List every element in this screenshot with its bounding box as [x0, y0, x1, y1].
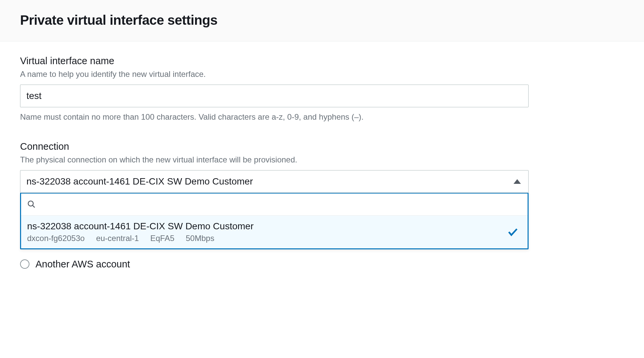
connection-select: ns-322038 account-1461 DE-CIX SW Demo Cu…: [20, 170, 529, 249]
vif-name-description: A name to help you identify the new virt…: [20, 69, 529, 80]
another-account-radio[interactable]: Another AWS account: [20, 259, 529, 270]
connection-option-title: ns-322038 account-1461 DE-CIX SW Demo Cu…: [27, 221, 504, 232]
panel-body: Virtual interface name A name to help yo…: [0, 41, 549, 283]
connection-option-id: dxcon-fg62053o: [27, 234, 85, 243]
search-icon: [27, 200, 36, 209]
radio-icon: [20, 259, 29, 269]
connection-dropdown: ns-322038 account-1461 DE-CIX SW Demo Cu…: [20, 193, 529, 249]
connection-option-region: eu-central-1: [96, 234, 139, 243]
connection-group: Connection The physical connection on wh…: [20, 141, 529, 270]
connection-search-input[interactable]: [40, 199, 522, 210]
panel-header: Private virtual interface settings: [0, 0, 644, 41]
connection-option-meta: dxcon-fg62053o eu-central-1 EqFA5 50Mbps: [27, 234, 504, 243]
connection-selected-value: ns-322038 account-1461 DE-CIX SW Demo Cu…: [26, 176, 510, 187]
connection-select-trigger[interactable]: ns-322038 account-1461 DE-CIX SW Demo Cu…: [20, 170, 529, 193]
connection-description: The physical connection on which the new…: [20, 154, 529, 165]
another-account-label: Another AWS account: [35, 259, 130, 270]
svg-point-0: [28, 201, 33, 206]
check-icon: [507, 226, 519, 238]
connection-search-row: [21, 194, 528, 216]
panel-title: Private virtual interface settings: [20, 13, 624, 28]
connection-label: Connection: [20, 141, 529, 152]
caret-up-icon: [514, 179, 521, 184]
vif-name-input[interactable]: [20, 85, 529, 107]
settings-panel: Private virtual interface settings Virtu…: [0, 0, 644, 283]
svg-line-1: [32, 206, 34, 208]
vif-name-label: Virtual interface name: [20, 55, 529, 67]
connection-option-bandwidth: 50Mbps: [186, 234, 214, 243]
connection-option[interactable]: ns-322038 account-1461 DE-CIX SW Demo Cu…: [21, 216, 528, 248]
virtual-interface-name-group: Virtual interface name A name to help yo…: [20, 55, 529, 122]
vif-name-hint: Name must contain no more than 100 chara…: [20, 111, 529, 123]
connection-option-location: EqFA5: [150, 234, 174, 243]
